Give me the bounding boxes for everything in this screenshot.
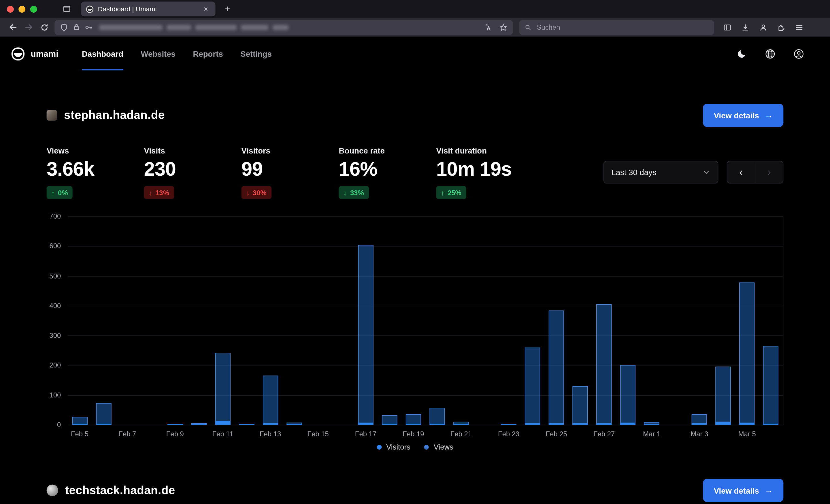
- views-bar[interactable]: [406, 414, 421, 425]
- chart-slot[interactable]: Mar 5: [735, 216, 759, 425]
- visitors-bar[interactable]: [406, 424, 421, 425]
- chart-slot[interactable]: [139, 216, 163, 425]
- nav-item-websites[interactable]: Websites: [141, 37, 175, 71]
- search-bar[interactable]: [519, 20, 714, 35]
- chart-slot[interactable]: [425, 216, 449, 425]
- prev-period-button[interactable]: ‹: [727, 161, 755, 183]
- url-bar[interactable]: [55, 20, 513, 35]
- chart-slot[interactable]: [568, 216, 592, 425]
- chart-slot[interactable]: [234, 216, 258, 425]
- next-website-name[interactable]: techstack.hadan.de: [65, 483, 175, 497]
- tab-close-icon[interactable]: ×: [201, 4, 211, 14]
- chart-slot[interactable]: [759, 216, 783, 425]
- chart-slot[interactable]: [664, 216, 688, 425]
- next-period-button[interactable]: ›: [755, 161, 783, 183]
- chart-slot[interactable]: Mar 1: [640, 216, 664, 425]
- translate-icon[interactable]: [484, 23, 493, 31]
- views-bar[interactable]: [358, 245, 373, 425]
- visitors-bar[interactable]: [239, 424, 254, 425]
- visitors-bar[interactable]: [191, 424, 206, 425]
- visitors-bar[interactable]: [263, 423, 278, 425]
- chart-slot[interactable]: [330, 216, 354, 425]
- moon-icon[interactable]: [737, 49, 747, 59]
- legend-item-views[interactable]: Views: [424, 443, 453, 451]
- legend-item-visitors[interactable]: Visitors: [377, 443, 410, 451]
- view-details-button[interactable]: View details →: [703, 104, 783, 127]
- back-icon[interactable]: [5, 20, 21, 35]
- chart-slot[interactable]: [711, 216, 735, 425]
- views-bar[interactable]: [715, 367, 731, 425]
- chart-slot[interactable]: Feb 19: [402, 216, 425, 425]
- chart-slot[interactable]: Feb 11: [211, 216, 234, 425]
- next-view-details-button[interactable]: View details →: [703, 479, 783, 502]
- views-bar[interactable]: [620, 365, 635, 425]
- visitors-bar[interactable]: [525, 423, 540, 425]
- views-bar[interactable]: [573, 386, 588, 425]
- visitors-bar[interactable]: [739, 423, 755, 425]
- sidebar-icon[interactable]: [719, 20, 735, 35]
- views-bar[interactable]: [429, 408, 445, 425]
- visitors-bar[interactable]: [573, 423, 588, 425]
- visitors-bar[interactable]: [501, 424, 516, 425]
- chart-slot[interactable]: [521, 216, 545, 425]
- chart-slot[interactable]: Feb 25: [544, 216, 568, 425]
- views-bar[interactable]: [596, 304, 611, 425]
- nav-item-dashboard[interactable]: Dashboard: [82, 37, 123, 71]
- visitors-bar[interactable]: [763, 424, 778, 425]
- views-bar[interactable]: [215, 353, 230, 425]
- chart-slot[interactable]: Feb 5: [68, 216, 92, 425]
- chart-slot[interactable]: [616, 216, 640, 425]
- chart-slot[interactable]: Feb 9: [163, 216, 187, 425]
- new-tab-button[interactable]: +: [221, 2, 234, 16]
- views-bar[interactable]: [525, 347, 540, 425]
- chart-slot[interactable]: Feb 17: [354, 216, 378, 425]
- chart-slot[interactable]: Feb 15: [306, 216, 330, 425]
- browser-tab[interactable]: Dashboard | Umami ×: [81, 2, 216, 16]
- visitors-bar[interactable]: [72, 424, 87, 425]
- minimize-window-button[interactable]: [19, 5, 25, 12]
- views-bar[interactable]: [263, 375, 278, 425]
- profile-icon[interactable]: [793, 48, 804, 59]
- visitors-bar[interactable]: [429, 424, 445, 425]
- chart-slot[interactable]: [473, 216, 497, 425]
- views-bar[interactable]: [763, 346, 778, 425]
- visitors-bar[interactable]: [715, 422, 731, 425]
- website-name[interactable]: stephan.hadan.de: [64, 108, 165, 123]
- chart-slot[interactable]: [378, 216, 402, 425]
- chart-slot[interactable]: Feb 21: [449, 216, 473, 425]
- nav-item-reports[interactable]: Reports: [193, 37, 223, 71]
- chart-slot[interactable]: [92, 216, 116, 425]
- chart-slot[interactable]: Mar 3: [688, 216, 711, 425]
- zoom-window-button[interactable]: [30, 5, 37, 12]
- chart-slot[interactable]: Feb 7: [116, 216, 139, 425]
- star-icon[interactable]: [499, 23, 508, 31]
- views-bar[interactable]: [382, 415, 397, 425]
- chart-slot[interactable]: Feb 13: [258, 216, 282, 425]
- shield-icon[interactable]: [60, 23, 68, 31]
- chart-slot[interactable]: [282, 216, 306, 425]
- views-bar[interactable]: [96, 403, 111, 425]
- chart-slot[interactable]: Feb 23: [497, 216, 521, 425]
- firefox-view-icon[interactable]: [59, 2, 74, 16]
- forward-icon[interactable]: [21, 20, 37, 35]
- visitors-bar[interactable]: [549, 423, 564, 425]
- visitors-bar[interactable]: [215, 421, 230, 425]
- visitors-bar[interactable]: [644, 424, 660, 425]
- extensions-icon[interactable]: [773, 20, 789, 35]
- visitors-bar[interactable]: [453, 424, 469, 425]
- search-input[interactable]: [536, 23, 709, 32]
- globe-icon[interactable]: [765, 48, 775, 59]
- visitors-bar[interactable]: [286, 424, 302, 425]
- visitors-bar[interactable]: [596, 423, 611, 425]
- nav-item-settings[interactable]: Settings: [241, 37, 272, 71]
- reload-icon[interactable]: [37, 20, 53, 35]
- chart-slot[interactable]: Feb 27: [592, 216, 616, 425]
- visitors-bar[interactable]: [96, 424, 111, 425]
- downloads-icon[interactable]: [737, 20, 753, 35]
- menu-icon[interactable]: [791, 20, 807, 35]
- key-icon[interactable]: [85, 23, 93, 31]
- close-window-button[interactable]: [7, 5, 14, 12]
- views-bar[interactable]: [739, 282, 755, 425]
- brand[interactable]: umami: [11, 47, 59, 61]
- account-icon[interactable]: [755, 20, 771, 35]
